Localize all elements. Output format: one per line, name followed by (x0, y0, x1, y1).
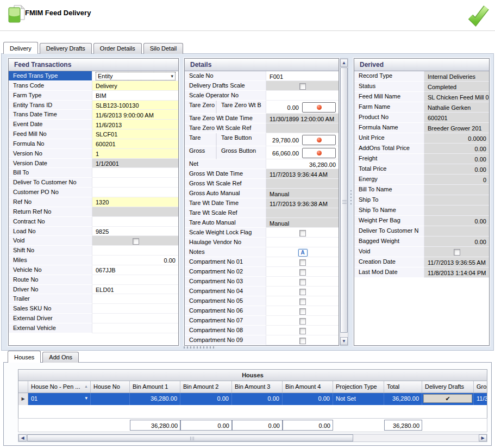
column-header-gross-zero-w[interactable]: Gross Zero W (474, 381, 487, 393)
column-header-projection-type[interactable]: Projection Type (333, 381, 384, 393)
field-value[interactable] (266, 91, 339, 101)
scroll-left-icon[interactable]: ◀ (18, 434, 27, 441)
scale-weight-lock-flag-checkbox[interactable] (299, 230, 306, 237)
field-label: Trailer (9, 294, 92, 304)
scrollbar-thumb[interactable] (340, 67, 348, 333)
field-value[interactable] (92, 246, 178, 256)
compartment-no-07-checkbox[interactable] (299, 318, 306, 325)
field-value[interactable]: 9825 (92, 227, 178, 237)
column-header-bin-amount-4[interactable]: Bin Amount 4 (283, 381, 333, 393)
compartment-no-02-checkbox[interactable] (299, 269, 306, 276)
compartment-no-06-checkbox[interactable] (299, 308, 306, 315)
feed-trans-type-dropdown[interactable]: Entity▾ (96, 72, 176, 80)
field-label: Contract No (9, 217, 92, 227)
tab-add-ons[interactable]: Add Ons (42, 352, 79, 363)
void-checkbox[interactable] (454, 249, 460, 256)
field-value[interactable]: SLB123-100130 (92, 101, 178, 110)
field-row-status: StatusCompleted (354, 82, 489, 92)
column-header-delivery-drafts[interactable]: Delivery Drafts (422, 381, 474, 393)
gross-capture-button[interactable] (302, 148, 336, 158)
scroll-up-icon[interactable]: ▲ (340, 59, 348, 67)
field-value[interactable]: BIM (92, 91, 178, 101)
field-value[interactable]: 11/6/2013 9:00:00 AM (92, 110, 178, 120)
cell-bin-amount-2[interactable]: 0.00 (180, 393, 232, 405)
field-value[interactable] (92, 188, 178, 197)
cell-house-no[interactable] (91, 393, 130, 405)
cell-gross-zero-w[interactable]: 11/30/1899 12:00:00 AM (474, 393, 487, 405)
field-row-compartment-no-01: Compartment No 01 (185, 257, 339, 267)
scrollbar-thumb[interactable] (27, 434, 353, 441)
field-value[interactable] (266, 238, 339, 247)
tare-zero-capture-button[interactable] (302, 102, 336, 113)
field-label: Customer PO No (9, 188, 92, 197)
notes-editor-icon[interactable]: A (298, 249, 308, 257)
summary-value: 0.00 (218, 422, 229, 429)
column-header-house-no-pen[interactable]: House No - Pen ...▲ (28, 381, 91, 393)
green-check-icon[interactable] (465, 3, 490, 28)
compartment-no-05-checkbox[interactable] (299, 298, 306, 305)
tab-delivery-drafts[interactable]: Delivery Drafts (40, 43, 92, 54)
field-value[interactable] (92, 304, 178, 314)
field-value[interactable] (92, 323, 178, 333)
column-header-label: House No (93, 383, 127, 393)
field-value[interactable] (92, 275, 178, 285)
field-value[interactable]: 067JJB (92, 265, 178, 275)
column-header-house-no[interactable]: House No (91, 381, 130, 393)
column-header-label: Bin Amount 2 (183, 383, 229, 393)
tare-capture-button[interactable] (302, 135, 336, 145)
compartment-no-03-checkbox[interactable] (299, 279, 306, 285)
tab-delivery[interactable]: Delivery (3, 42, 38, 54)
delivery-drafts-scale-checkbox[interactable] (299, 83, 306, 90)
field-text: 11/6/2013 9:00:00 AM (96, 112, 154, 119)
field-row-scale-weight-lock-flag: Scale Weight Lock Flag (185, 228, 339, 238)
scroll-right-icon[interactable]: ▶ (479, 434, 487, 441)
compartment-no-09-checkbox[interactable] (299, 338, 306, 344)
field-label: Tare Zero Wt Scale Ref (185, 123, 266, 133)
field-value[interactable]: 600201 (92, 139, 178, 149)
cell-bin-amount-1[interactable]: 36,280.00 (130, 393, 180, 405)
tab-order-details[interactable]: Order Details (93, 43, 142, 54)
compartment-no-04-checkbox[interactable] (299, 289, 306, 295)
field-label: Miles (9, 256, 92, 265)
field-value[interactable] (92, 168, 178, 178)
field-value[interactable] (92, 217, 178, 227)
column-header-bin-amount-3[interactable]: Bin Amount 3 (232, 381, 283, 393)
green-folder-icon (7, 4, 26, 24)
tab-houses[interactable]: Houses (8, 351, 41, 363)
field-value[interactable]: Delivery (92, 81, 178, 91)
field-value[interactable]: 1320 (92, 197, 178, 207)
table-row[interactable]: ▶01▾36,280.000.000.000.00Not Set36,280.0… (18, 393, 487, 405)
field-value[interactable]: 1 (92, 149, 178, 159)
details-vertical-scrollbar[interactable]: ▲ ▼ (340, 58, 348, 346)
column-header-bin-amount-1[interactable]: Bin Amount 1 (130, 381, 180, 393)
field-label: Total Price (354, 164, 424, 175)
cell-total[interactable]: 36,280.00 (384, 393, 422, 405)
checkbox-cell (270, 230, 336, 237)
field-value (266, 326, 339, 335)
field-value: 0 (424, 175, 489, 185)
cell-house-no-pen[interactable]: 01▾ (28, 393, 91, 405)
delivery-drafts-checkbox[interactable]: ✔ (423, 394, 472, 403)
field-value[interactable]: 11/6/2013 (92, 120, 178, 129)
column-header-bin-amount-2[interactable]: Bin Amount 2 (180, 381, 232, 393)
void-checkbox[interactable] (133, 238, 139, 245)
tab-silo-detail[interactable]: Silo Detail (143, 43, 184, 54)
cell-projection-type[interactable]: Not Set (333, 393, 384, 405)
grid-horizontal-scrollbar[interactable]: ◀ ▶ (18, 434, 487, 442)
compartment-no-08-checkbox[interactable] (299, 328, 306, 334)
field-value[interactable]: 0.00 (92, 256, 178, 265)
horizontal-splitter-grip[interactable] (184, 346, 216, 349)
field-value[interactable]: F001 (266, 71, 339, 81)
field-value[interactable] (92, 294, 178, 304)
field-value[interactable] (92, 178, 178, 188)
field-value[interactable]: 36,280.00 (266, 159, 339, 169)
scroll-down-icon[interactable]: ▼ (340, 337, 348, 345)
column-header-total[interactable]: Total (384, 381, 422, 393)
cell-bin-amount-3[interactable]: 0.00 (232, 393, 283, 405)
field-value[interactable]: ELD01 (92, 285, 178, 295)
cell-bin-amount-4[interactable]: 0.00 (283, 393, 333, 405)
field-value[interactable] (92, 314, 178, 323)
field-value[interactable]: SLCF01 (92, 129, 178, 139)
compartment-no-01-checkbox[interactable] (299, 259, 306, 266)
panel-splitter[interactable] (349, 58, 353, 346)
